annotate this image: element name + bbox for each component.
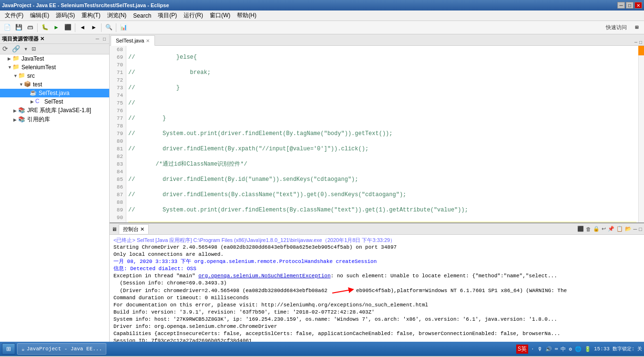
console-tab[interactable]: 控制台 ✕ (119, 224, 149, 234)
console-scroll-lock-btn[interactable]: 🔒 (593, 226, 600, 232)
code-line-71: // (128, 99, 636, 107)
menu-source[interactable]: 源码(S) (53, 10, 78, 21)
explorer-maximize-btn[interactable]: □ (102, 36, 107, 42)
toolbar-sep4 (116, 23, 116, 32)
explorer-toolbar-btn3[interactable]: ▾ (22, 45, 29, 53)
start-button[interactable]: ⊞ (2, 343, 15, 355)
tab-label: SelTest.java (116, 38, 144, 43)
code-line-73: // System.out.print(driver.findElement(B… (128, 130, 636, 137)
console-header: 🖥 控制台 ✕ ⬛ 🗑 🔒 ↩ 📌 📋 📂 ─ □ (110, 223, 644, 235)
save-button[interactable]: 💾 (13, 22, 24, 33)
toolbar-sep2 (75, 23, 75, 32)
menu-search[interactable]: Search (130, 11, 154, 20)
console-line-3: 一月 08, 2020 3:33:33 下午 org.openqa.seleni… (113, 258, 640, 265)
close-button[interactable]: ✕ (634, 2, 642, 9)
tree-item-src[interactable]: ▼ 📁 src (0, 72, 109, 80)
menu-navigate[interactable]: 浏览(N) (104, 10, 130, 21)
menu-run[interactable]: 运行(R) (181, 10, 206, 21)
tree-item-seltestjava[interactable]: ☕ SelTest.java (0, 89, 109, 97)
taskbar-settings-icon[interactable]: ⚙ (569, 346, 572, 352)
tree-item-lib[interactable]: ▶ 📚 引用的库 (0, 115, 109, 124)
console-open-btn[interactable]: 📂 (625, 226, 632, 232)
src-icon: 📁 (18, 72, 26, 80)
project-explorer-title: 项目资源管理器 ✕ (2, 35, 44, 42)
tree-item-javatest[interactable]: ▶ 📁 JavaTest (0, 54, 109, 63)
taskbar-ime-icon[interactable]: 中 (561, 346, 566, 353)
maximize-button[interactable]: □ (626, 2, 634, 9)
console-line-5: Exception in thread "main" org.openqa.se… (113, 273, 640, 280)
test-label: test (33, 81, 42, 88)
taskbar-numlk: 数字锁定: 关 (613, 346, 642, 352)
console-line-9: For documentation on this error, please … (113, 302, 640, 309)
jre-icon: 📚 (18, 107, 26, 115)
project-explorer: 项目资源管理器 ✕ ─ □ ⟳ 🔗 ▾ ⊡ ▶ 📁 JavaTest ▼ (0, 34, 110, 342)
tree-item-test[interactable]: ▼ 📦 test (0, 80, 109, 89)
menu-refactor[interactable]: 重构(T) (79, 10, 103, 21)
console-clear-btn[interactable]: 🗑 (586, 226, 591, 232)
code-content[interactable]: // }else{ // break; // } // // } // Syst… (126, 46, 638, 222)
quick-access-label: 快速访问 (606, 24, 631, 31)
menu-help[interactable]: 帮助(H) (234, 10, 259, 21)
run-button[interactable]: ▶ (51, 22, 61, 33)
console-terminate-btn[interactable]: ⬛ (577, 226, 584, 232)
taskbar-keyboard-icon[interactable]: ⌨ (555, 346, 558, 352)
taskbar-battery-icon[interactable]: 🔋 (584, 346, 591, 352)
menu-window[interactable]: 窗口(W) (207, 10, 233, 21)
console-word-wrap-btn[interactable]: ↩ (602, 226, 606, 232)
code-line-78: // System.out.print(driver.findElements(… (128, 206, 636, 214)
menu-project[interactable]: 项目(P) (155, 10, 180, 21)
right-scrollbar[interactable] (638, 46, 644, 222)
tree-item-jre[interactable]: ▶ 📚 JRE 系统库 [JavaSE-1.8] (0, 106, 109, 115)
code-line-74: // driver.findElement(By.xpath("//input[… (128, 145, 636, 153)
title-bar: JavaProject - Java EE - SeleniumTest/src… (0, 0, 644, 10)
explorer-toolbar-btn1[interactable]: ⟳ (1, 45, 10, 53)
tab-ctrl-min[interactable]: ─ (634, 40, 637, 45)
console-pin-btn[interactable]: 📌 (608, 226, 614, 232)
taskbar-dot1: · (531, 346, 534, 352)
tree-item-seleniumtest[interactable]: ▼ 📁 SeleniumTest (0, 63, 109, 72)
lib-icon: 📚 (18, 116, 26, 124)
tree-arrow-lib: ▶ (13, 117, 18, 122)
minimize-button[interactable]: ─ (617, 2, 625, 9)
back-button[interactable]: ◀ (77, 22, 88, 33)
console-max-btn[interactable]: □ (639, 226, 642, 232)
menu-file[interactable]: 文件(F) (2, 10, 26, 21)
tab-ctrl-max[interactable]: □ (639, 40, 642, 45)
javatest-icon: 📁 (12, 55, 20, 63)
console-min-btn[interactable]: ─ (634, 226, 637, 232)
taskbar-mic-icon[interactable]: 🎙 (537, 346, 542, 352)
code-line-69: // break; (128, 69, 636, 76)
console-line-11: System info: host: '27K9RWCB5JZ8G3K', ip… (113, 316, 640, 323)
tab-close-btn[interactable]: ✕ (146, 38, 150, 43)
layout-button[interactable]: ⊞ (632, 22, 642, 33)
explorer-toolbar-btn4[interactable]: ⊡ (30, 45, 37, 53)
zoom-button[interactable]: 🔍 (103, 22, 114, 33)
console-output: <已终止> SelTest [Java 应用程序] C:\Program Fil… (110, 235, 644, 342)
stop-button[interactable]: ⬛ (62, 22, 73, 33)
tree-arrow-jre: ▶ (13, 108, 18, 113)
time-display: 15:33 (594, 346, 610, 352)
console-view-btn[interactable]: 📋 (616, 226, 623, 232)
tab-seltestjava[interactable]: SelTest.java ✕ (111, 35, 155, 46)
taskbar-speaker-icon[interactable]: 🔊 (545, 346, 552, 352)
new-button[interactable]: 📄 (2, 22, 12, 33)
explorer-toolbar-btn2[interactable]: 🔗 (10, 45, 21, 53)
console-line-4: 信息: Detected dialect: OSS (113, 265, 640, 273)
debug-button[interactable]: 🐛 (40, 22, 50, 33)
console-line-6: (Session info: chrome=69.0.3493.3) (113, 280, 640, 287)
explorer-minimize-btn[interactable]: ─ (94, 36, 101, 42)
line-numbers: 6869707172 7374757677 7879808182 8384858… (110, 46, 126, 222)
project-explorer-controls: ─ □ (94, 36, 107, 42)
taskbar-eclipse-app[interactable]: ☕ JavaProject - Java EE... (17, 343, 106, 355)
forward-button[interactable]: ▶ (89, 22, 99, 33)
seltestjava-label: SelTest.java (39, 90, 70, 96)
code-line-70: // } (128, 84, 636, 92)
console-line-14: Session ID: 7f93ce2c12a27ad2696b052cf38d… (113, 337, 640, 342)
menu-edit[interactable]: 编辑(E) (27, 10, 52, 21)
tree-item-seltest[interactable]: ▶ C SelTest (0, 97, 109, 106)
taskbar-network-icon[interactable]: 🌐 (575, 346, 582, 352)
save-all-button[interactable]: 🗃 (25, 22, 35, 33)
tab-controls: ─ □ (633, 40, 644, 45)
bottom-panel: 🖥 控制台 ✕ ⬛ 🗑 🔒 ↩ 📌 📋 📂 ─ □ <已终止> SelTest … (110, 222, 644, 342)
perspective-button[interactable]: 📊 (118, 22, 129, 33)
